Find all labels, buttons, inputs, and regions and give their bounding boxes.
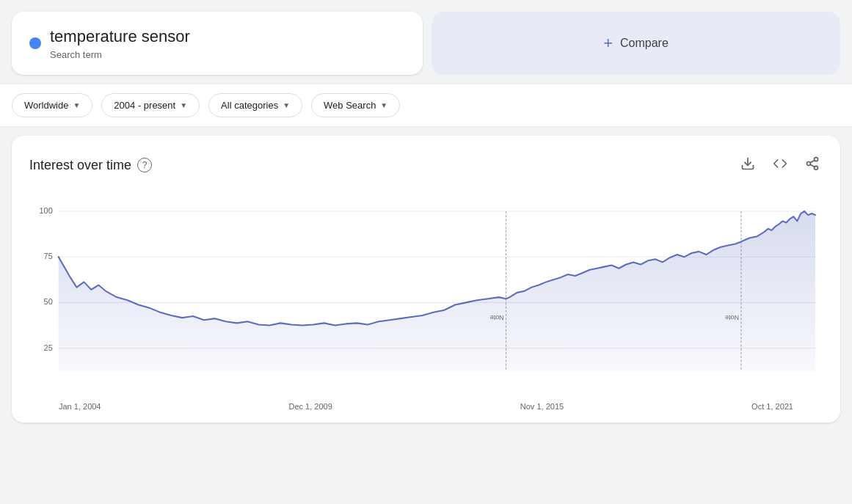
interest-chart: 100 75 50 25 Note Note bbox=[29, 192, 823, 398]
x-axis-labels: Jan 1, 2004 Dec 1, 2009 Nov 1, 2015 Oct … bbox=[29, 402, 823, 411]
search-term-text: temperature sensor Search term bbox=[50, 26, 190, 60]
x-label-3: Nov 1, 2015 bbox=[520, 402, 564, 411]
svg-line-5 bbox=[810, 160, 815, 162]
chart-title: Interest over time bbox=[29, 158, 131, 173]
category-label: All categories bbox=[221, 100, 278, 111]
x-label-1: Jan 1, 2004 bbox=[59, 402, 101, 411]
x-label-2: Dec 1, 2009 bbox=[288, 402, 332, 411]
search-term-dot bbox=[29, 37, 41, 49]
chart-container: 100 75 50 25 Note Note bbox=[29, 192, 823, 398]
time-range-label: 2004 - present bbox=[114, 100, 175, 111]
search-term-subtitle: Search term bbox=[50, 49, 190, 60]
search-term-title: temperature sensor bbox=[50, 26, 190, 48]
search-type-label: Web Search bbox=[324, 100, 376, 111]
time-range-filter[interactable]: 2004 - present ▼ bbox=[101, 93, 200, 117]
region-filter[interactable]: Worldwide ▼ bbox=[12, 93, 92, 117]
chart-section: Interest over time ? bbox=[12, 136, 840, 423]
compare-label: Compare bbox=[620, 37, 669, 50]
svg-text:100: 100 bbox=[40, 205, 53, 214]
category-chevron-icon: ▼ bbox=[283, 101, 290, 109]
compare-card[interactable]: + Compare bbox=[432, 12, 840, 75]
share-button[interactable] bbox=[802, 153, 823, 178]
help-icon[interactable]: ? bbox=[137, 158, 152, 172]
search-type-chevron-icon: ▼ bbox=[380, 101, 387, 109]
svg-line-4 bbox=[810, 164, 815, 167]
embed-button[interactable] bbox=[770, 153, 790, 178]
region-label: Worldwide bbox=[24, 100, 68, 111]
search-term-card: temperature sensor Search term bbox=[12, 12, 423, 75]
compare-plus-icon: + bbox=[603, 34, 613, 53]
download-button[interactable] bbox=[738, 153, 758, 178]
svg-text:50: 50 bbox=[44, 297, 53, 306]
category-filter[interactable]: All categories ▼ bbox=[208, 93, 302, 117]
chart-actions bbox=[738, 153, 823, 178]
chart-header: Interest over time ? bbox=[29, 153, 823, 178]
search-type-filter[interactable]: Web Search ▼ bbox=[311, 93, 400, 117]
region-chevron-icon: ▼ bbox=[73, 101, 80, 109]
chart-title-group: Interest over time ? bbox=[29, 158, 152, 173]
x-label-4: Oct 1, 2021 bbox=[751, 402, 793, 411]
svg-text:25: 25 bbox=[44, 343, 53, 351]
time-range-chevron-icon: ▼ bbox=[180, 101, 187, 109]
filters-section: Worldwide ▼ 2004 - present ▼ All categor… bbox=[0, 84, 852, 127]
svg-text:75: 75 bbox=[44, 252, 53, 260]
